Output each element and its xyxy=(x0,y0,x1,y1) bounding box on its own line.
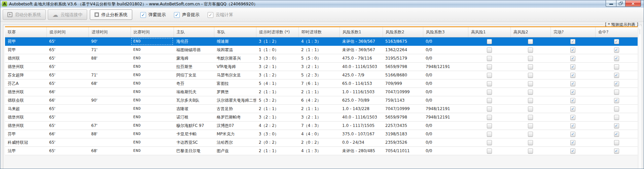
hit-checkbox[interactable]: ✓ xyxy=(614,123,619,128)
table-row[interactable]: 芬甲66'88'END卡亚尼卡帕MP米克力3（3：0）4（4：0）375.0 -… xyxy=(5,130,638,138)
high-risk2-checkbox[interactable] xyxy=(528,132,533,137)
finished-checkbox[interactable]: ✓ xyxy=(570,81,575,86)
cloud-compute-checkbox[interactable]: ✓云端计算 xyxy=(208,12,233,18)
finished-checkbox[interactable]: ✓ xyxy=(570,39,575,44)
high-risk2-checkbox[interactable] xyxy=(528,98,533,103)
high-risk1-checkbox[interactable] xyxy=(487,106,492,111)
high-risk2-checkbox[interactable] xyxy=(528,115,533,120)
high-risk2-checkbox[interactable] xyxy=(528,81,533,86)
column-header-4[interactable]: 比赛时间 xyxy=(131,27,174,37)
hit-checkbox[interactable]: ✓ xyxy=(614,73,619,78)
hit-checkbox[interactable]: ✓ xyxy=(614,39,619,44)
column-header-12[interactable]: 高风险1 xyxy=(468,27,510,37)
hit-checkbox[interactable] xyxy=(614,106,619,111)
high-risk1-checkbox[interactable] xyxy=(487,115,492,120)
table-row[interactable]: 德联会联66'90'END瓦尔多夫B队沃尔德霍夫曼海姆二世5（3：2）6（4：2… xyxy=(5,96,638,105)
column-header-3[interactable]: 进球时间 xyxy=(88,27,131,37)
high-risk2-checkbox[interactable] xyxy=(528,73,533,78)
minimize-button[interactable] xyxy=(606,0,616,7)
high-risk1-checkbox[interactable] xyxy=(487,98,492,103)
high-risk1-checkbox[interactable] xyxy=(487,56,492,61)
table-row[interactable]: 苏女超降65'71'END阿伯丁女足马瑟韦尔女足3（1：2）5（2：3）425.… xyxy=(5,71,638,79)
table-row[interactable]: 马来超65'END吉隆坡古晋足协2（1：1）2（1：1）1.0 - 143/22… xyxy=(5,105,638,113)
table-row[interactable]: 德堡州联66'END埃格斯托夫罗腾堡2（1：1）2（1：1）1.0 - 1116… xyxy=(5,88,638,96)
finished-checkbox[interactable]: ✓ xyxy=(570,98,575,103)
finished-checkbox[interactable]: ✓ xyxy=(570,132,575,137)
cell-tip-time: 65' xyxy=(46,37,88,45)
column-header-15[interactable]: 命中? xyxy=(595,27,638,37)
high-risk1-checkbox[interactable] xyxy=(487,81,492,86)
column-header-8[interactable]: 即时进球数 xyxy=(298,27,339,37)
vertical-scrollbar[interactable] xyxy=(638,26,642,169)
table-row[interactable]: 德州联65'88'END蒙海姆韦默尔斯基兴3（3：0）5（5：0）475.0 -… xyxy=(5,54,638,63)
high-risk2-checkbox[interactable] xyxy=(528,148,533,154)
high-risk1-checkbox[interactable] xyxy=(487,39,492,44)
hit-checkbox[interactable]: ✓ xyxy=(614,132,619,137)
high-risk2-checkbox[interactable] xyxy=(528,39,533,44)
hit-checkbox[interactable] xyxy=(614,115,619,120)
hit-checkbox[interactable] xyxy=(614,140,619,145)
prediction-table: 联赛提示时间进球时间比赛时间主队客队提示时进球数 (*)即时进球数风险系数1风险… xyxy=(5,26,638,155)
hit-checkbox[interactable]: ✓ xyxy=(614,56,619,61)
sound-alert-checkbox[interactable]: ✓声音提示 xyxy=(174,12,200,18)
start-analysis-button[interactable]: 启动分析系统 xyxy=(3,9,46,20)
finished-checkbox[interactable]: ✓ xyxy=(570,64,575,69)
high-risk2-checkbox[interactable] xyxy=(528,47,533,53)
table-row[interactable]: 法甲65'68'END巴黎圣日尔曼图卢兹2（1：1）4（1：3）未评估 - 28… xyxy=(5,147,638,155)
hit-checkbox[interactable]: ✓ xyxy=(614,47,619,53)
popup-alert-checkbox[interactable]: ✓弹窗提示 xyxy=(140,12,166,18)
finished-checkbox[interactable]: ✓ xyxy=(570,106,575,111)
high-risk2-checkbox[interactable] xyxy=(528,90,533,95)
column-header-1[interactable]: 联赛 xyxy=(5,27,46,37)
table-row[interactable]: 德堡州联65'END拉芬斯堡VfR曼海姆3（2：1）3（2：1）40.0 - 1… xyxy=(5,63,638,71)
high-risk1-checkbox[interactable] xyxy=(487,140,492,145)
column-header-14[interactable]: 完场? xyxy=(550,27,595,37)
finished-checkbox[interactable]: ✓ xyxy=(570,115,575,120)
finished-checkbox[interactable]: ✓ xyxy=(570,140,575,145)
high-risk1-checkbox[interactable] xyxy=(487,90,492,95)
cell-live-goals: 5（5：0） xyxy=(298,54,339,62)
close-button[interactable]: × xyxy=(625,0,641,7)
table-row[interactable]: 荷甲65'90'END海伦芬维迪斯3（1：2）4（1：3）未评估 - 369/5… xyxy=(5,37,638,46)
column-header-10[interactable]: 风险系数2 xyxy=(383,27,423,37)
hit-checkbox[interactable]: ✓ xyxy=(614,81,619,86)
high-risk1-checkbox[interactable] xyxy=(487,73,492,78)
cell-match-time: END xyxy=(131,88,174,96)
column-header-11[interactable]: 风险系数3 xyxy=(423,27,468,37)
finished-checkbox[interactable]: ✓ xyxy=(570,148,575,154)
high-risk1-checkbox[interactable] xyxy=(487,132,492,137)
table-row[interactable]: 科威特联冠65'END卡达西亚SC法哈西尔2（0：2）2（0：2）0.0 - 2… xyxy=(5,138,638,147)
column-header-2[interactable]: 提示时间 xyxy=(46,27,88,37)
high-risk2-checkbox[interactable] xyxy=(528,123,533,128)
table-row[interactable]: 德堡州联65'END诺汀根格罗巴斯帕奇3（2：1）3（2：1）40.0 - 11… xyxy=(5,113,638,122)
high-risk2-checkbox[interactable] xyxy=(528,64,533,69)
hit-checkbox[interactable] xyxy=(614,64,619,69)
finished-checkbox[interactable]: ✓ xyxy=(570,47,575,53)
cloud-connecting-button[interactable]: ☁ 云端连接中 xyxy=(48,9,87,20)
table-row[interactable]: 德堡州联65'67'END穆尔海默FC 97汉博恩074（2：2）7（4：3）1… xyxy=(5,122,638,130)
maximize-button[interactable] xyxy=(616,0,625,7)
high-risk1-checkbox[interactable] xyxy=(487,47,492,53)
finished-checkbox[interactable]: ✓ xyxy=(570,90,575,95)
high-risk2-checkbox[interactable] xyxy=(528,140,533,145)
cell-hit xyxy=(595,113,638,121)
hit-checkbox[interactable] xyxy=(614,90,619,95)
finished-checkbox[interactable]: ✓ xyxy=(570,123,575,128)
column-header-5[interactable]: 主队 xyxy=(174,27,214,37)
finished-checkbox[interactable]: ✓ xyxy=(570,73,575,78)
high-risk1-checkbox[interactable] xyxy=(487,148,492,154)
hit-checkbox[interactable]: ✓ xyxy=(614,148,619,154)
table-row[interactable]: 荷甲65'71'END福图纳锡塔德埃因霍温1（1：0）2（1：1）未评估 - 3… xyxy=(5,46,638,54)
high-risk2-checkbox[interactable] xyxy=(528,106,533,111)
hit-checkbox[interactable]: ✓ xyxy=(614,98,619,103)
column-header-9[interactable]: 风险系数1 xyxy=(339,27,383,37)
high-risk2-checkbox[interactable] xyxy=(528,56,533,61)
column-header-13[interactable]: 高风险2 xyxy=(510,27,550,37)
finished-checkbox[interactable]: ✓ xyxy=(570,56,575,61)
high-risk1-checkbox[interactable] xyxy=(487,64,492,69)
stop-analysis-button[interactable]: 停止分析系统 xyxy=(90,9,132,20)
column-header-7[interactable]: 提示时进球数 (*) xyxy=(256,27,298,37)
column-header-6[interactable]: 客队 xyxy=(214,27,256,37)
high-risk1-checkbox[interactable] xyxy=(487,123,492,128)
table-row[interactable]: 芬乙A65'68'END奇芬富图拉5（4：1）7（6：1）65.0 - 114/… xyxy=(5,79,638,88)
